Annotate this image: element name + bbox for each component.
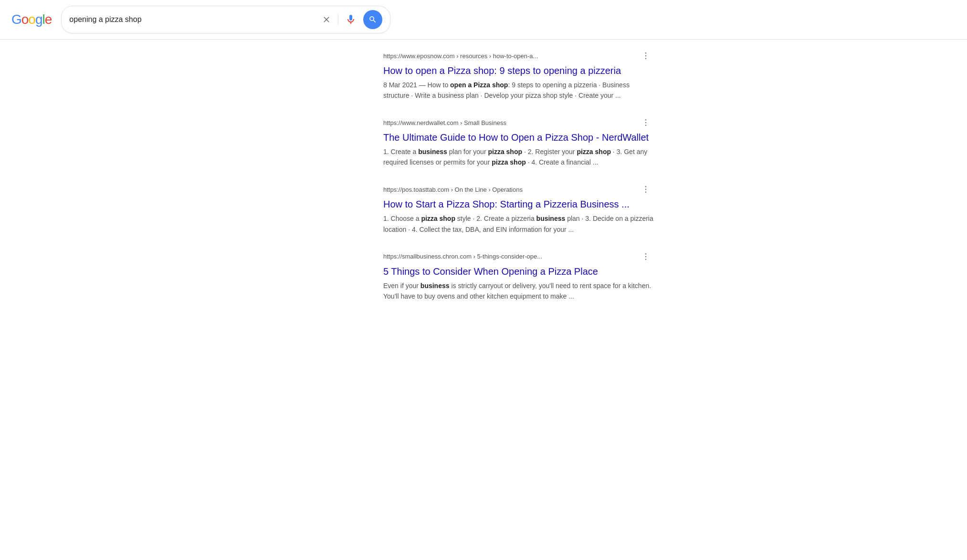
search-divider: [338, 14, 338, 25]
result-title[interactable]: How to open a Pizza shop: 9 steps to ope…: [383, 64, 653, 77]
logo-g2: g: [35, 12, 42, 27]
result-snippet: 1. Choose a pizza shop style · 2. Create…: [383, 213, 653, 234]
result-url-row: https://www.eposnow.com › resources › ho…: [383, 49, 653, 62]
svg-point-9: [645, 253, 647, 255]
svg-point-6: [645, 186, 647, 187]
search-bar: [61, 6, 390, 33]
result-url-row: https://www.nerdwallet.com › Small Busin…: [383, 116, 653, 129]
result-title[interactable]: The Ultimate Guide to How to Open a Pizz…: [383, 131, 653, 144]
logo-o2: o: [28, 12, 35, 27]
result-url-row: https://pos.toasttab.com › On the Line ›…: [383, 183, 653, 196]
result-snippet: Even if your business is strictly carryo…: [383, 280, 653, 301]
clear-button[interactable]: [320, 13, 333, 26]
result-menu-button[interactable]: [638, 116, 653, 129]
mic-button[interactable]: [343, 12, 358, 27]
close-icon: [322, 15, 331, 24]
result-url-row: https://smallbusiness.chron.com › 5-thin…: [383, 250, 653, 263]
result-url: https://www.nerdwallet.com › Small Busin…: [383, 119, 634, 126]
result-item: https://www.eposnow.com › resources › ho…: [383, 49, 653, 101]
three-dots-icon: [641, 252, 651, 261]
svg-point-10: [645, 256, 647, 257]
logo-e: e: [45, 12, 52, 27]
svg-point-2: [645, 58, 647, 60]
three-dots-icon: [641, 118, 651, 127]
search-input[interactable]: [69, 15, 315, 24]
three-dots-icon: [641, 51, 651, 61]
svg-point-5: [645, 125, 647, 126]
svg-point-1: [645, 55, 647, 57]
svg-point-7: [645, 189, 647, 190]
result-snippet: 8 Mar 2021 — How to open a Pizza shop: 9…: [383, 80, 653, 101]
search-bar-wrapper: [61, 6, 390, 33]
result-menu-button[interactable]: [638, 49, 653, 62]
result-title[interactable]: How to Start a Pizza Shop: Starting a Pi…: [383, 198, 653, 210]
search-button[interactable]: [363, 10, 382, 29]
google-logo[interactable]: Google: [11, 12, 52, 27]
three-dots-icon: [641, 185, 651, 194]
result-menu-button[interactable]: [638, 250, 653, 263]
results-area: https://www.eposnow.com › resources › ho…: [302, 40, 665, 326]
search-icon: [368, 15, 377, 24]
mic-icon: [345, 14, 357, 25]
header: Google: [0, 0, 967, 40]
result-title[interactable]: 5 Things to Consider When Opening a Pizz…: [383, 265, 653, 278]
result-item: https://smallbusiness.chron.com › 5-thin…: [383, 250, 653, 301]
result-item: https://pos.toasttab.com › On the Line ›…: [383, 183, 653, 234]
svg-point-11: [645, 259, 647, 260]
svg-point-8: [645, 192, 647, 193]
result-url: https://pos.toasttab.com › On the Line ›…: [383, 186, 634, 193]
svg-point-4: [645, 122, 647, 124]
svg-point-3: [645, 119, 647, 121]
result-url: https://smallbusiness.chron.com › 5-thin…: [383, 253, 634, 260]
logo-o1: o: [21, 12, 29, 27]
logo-g: G: [11, 12, 21, 27]
result-item: https://www.nerdwallet.com › Small Busin…: [383, 116, 653, 167]
svg-point-0: [645, 52, 647, 54]
result-url: https://www.eposnow.com › resources › ho…: [383, 52, 634, 60]
result-menu-button[interactable]: [638, 183, 653, 196]
result-snippet: 1. Create a business plan for your pizza…: [383, 146, 653, 167]
